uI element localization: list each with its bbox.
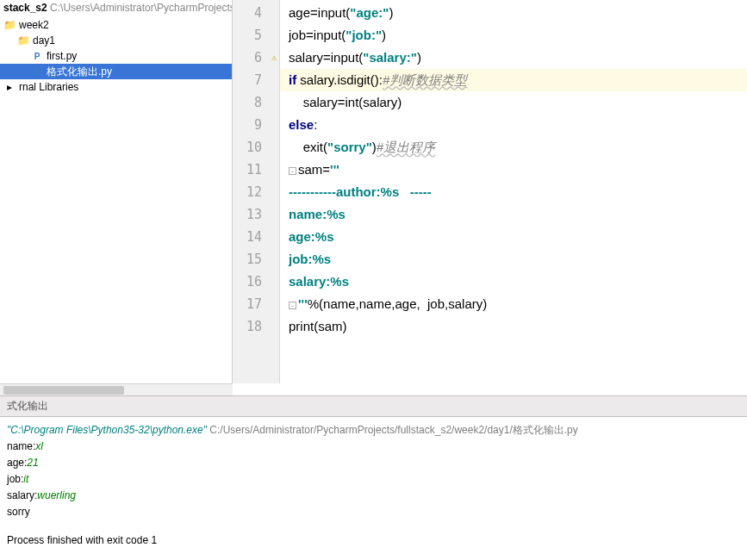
code-token: , (416, 296, 427, 311)
code-token: ) (417, 50, 421, 65)
code-line[interactable]: -----------author:%s ----- (280, 181, 747, 203)
code-token: job (427, 296, 445, 311)
code-line[interactable]: salary:%s (280, 271, 747, 293)
code-token: age (395, 296, 416, 311)
line-number: 9 (233, 114, 279, 136)
code-line[interactable]: else: (280, 114, 747, 136)
line-number: 13 (233, 203, 279, 226)
library-icon: ▸ (3, 81, 16, 93)
code-editor[interactable]: 456789101112131415161718 age=input("age:… (233, 0, 747, 383)
line-number: 6 (233, 47, 279, 69)
keyword-token: else (289, 117, 314, 132)
code-line[interactable]: exit("sorry")#退出程序 (280, 136, 747, 159)
code-token: = (322, 162, 330, 177)
string-token: salary:%s (289, 274, 349, 289)
line-number: 18 (233, 315, 279, 338)
code-line[interactable]: -sam=''' (280, 159, 747, 181)
console-tab[interactable]: 式化输出 (0, 396, 747, 417)
code-token: sam (318, 319, 342, 333)
run-tool-window: 式化输出 "C:\Program Files\Python35-32\pytho… (0, 395, 747, 560)
string-token: ''' (298, 296, 308, 311)
string-token: name:%s (289, 207, 345, 221)
folder-icon: 📁 (3, 19, 16, 31)
console-line: salary:wuerling (7, 488, 740, 504)
code-token: = (310, 5, 318, 20)
code-line[interactable]: age=input("age:") (280, 2, 747, 24)
output-value: it (23, 473, 28, 485)
tree-node[interactable]: Pfirst.py (0, 48, 232, 64)
line-number: 7 (233, 69, 279, 91)
code-token: salary (300, 72, 333, 87)
string-token: "salary:" (363, 50, 417, 65)
code-area[interactable]: age=input("age:")job=input("job:")salary… (280, 0, 747, 383)
comment-token: #退出程序 (377, 140, 435, 154)
output-value: xl (35, 440, 43, 452)
code-line[interactable]: if salary.isdigit():#判断数据类型 (280, 69, 747, 91)
line-number: 8 (233, 91, 279, 114)
tree-label: rnal Libraries (19, 81, 78, 93)
keyword-token: if (289, 72, 300, 87)
line-number: 15 (233, 248, 279, 271)
code-token: = (323, 50, 331, 65)
string-token: job:%s (289, 252, 331, 266)
code-line[interactable]: age:%s (280, 226, 747, 248)
fold-icon[interactable]: - (289, 302, 296, 309)
line-number: 5 (233, 24, 279, 47)
code-token: ) (343, 319, 347, 333)
function-token: input (314, 28, 342, 42)
tree-node[interactable]: 📁week2 (0, 17, 232, 33)
string-token: "sorry" (327, 140, 372, 154)
console-output[interactable]: "C:\Program Files\Python35-32\python.exe… (0, 417, 747, 560)
code-token: salary (289, 95, 338, 109)
code-line[interactable]: -'''%(name,name,age, job,salary) (280, 293, 747, 315)
code-line[interactable]: name:%s (280, 203, 747, 226)
string-token: ''' (330, 162, 339, 177)
python-file-icon: P (31, 65, 43, 78)
sidebar-scrollbar[interactable] (0, 383, 233, 395)
code-line[interactable]: salary=input("salary:") (280, 47, 747, 69)
project-tree[interactable]: 📁week2📁day1Pfirst.pyP格式化输出.py▸rnal Libra… (0, 16, 232, 96)
line-number: 14 (233, 226, 279, 248)
line-number: 12 (233, 181, 279, 203)
output-value: wuerling (37, 489, 76, 501)
line-number: 16 (233, 271, 279, 293)
code-token: (): (370, 72, 383, 87)
code-token: salary (289, 50, 323, 65)
workspace: stack_s2 C:\Users\Administrator\PycharmP… (0, 0, 747, 383)
code-token: ) (397, 95, 402, 109)
code-line[interactable]: job=input("job:") (280, 24, 747, 47)
tree-node[interactable]: 📁day1 (0, 33, 232, 48)
code-line[interactable]: job:%s (280, 248, 747, 271)
python-file-icon: P (31, 50, 43, 62)
output-key: job: (7, 473, 23, 485)
code-token: name (323, 296, 356, 311)
code-token: sam (298, 162, 322, 177)
function-token: isdigit (337, 72, 370, 87)
code-line[interactable]: salary=int(salary) (280, 91, 747, 114)
tree-node[interactable]: P格式化输出.py (0, 64, 232, 79)
console-command: "C:\Program Files\Python35-32\python.exe… (7, 422, 740, 439)
string-token: "age:" (350, 5, 389, 20)
code-token: : (314, 117, 317, 132)
string-token: -----------author:%s ----- (289, 184, 432, 199)
function-token: exit (303, 140, 323, 154)
project-sidebar: stack_s2 C:\Users\Administrator\PycharmP… (0, 0, 233, 383)
fold-icon[interactable]: - (289, 167, 296, 175)
code-line[interactable]: print(sam) (280, 315, 747, 338)
console-line: age:21 (7, 455, 740, 471)
project-path: C:\Users\Administrator\PycharmProjects (50, 2, 233, 14)
code-token: salary (448, 296, 482, 311)
line-number: 10 (233, 136, 279, 159)
line-number: 4 (233, 2, 279, 24)
line-number: 11 (233, 159, 279, 181)
tree-label: week2 (19, 19, 49, 31)
output-key: name: (7, 440, 35, 452)
code-token: name (359, 296, 392, 311)
console-line: name:xl (7, 439, 740, 455)
line-gutter: 456789101112131415161718 (233, 0, 280, 383)
tree-node[interactable]: ▸rnal Libraries (0, 79, 232, 95)
function-token: input (331, 50, 359, 65)
code-token: = (306, 28, 314, 42)
scrollbar-thumb[interactable] (3, 386, 124, 395)
string-token: age:%s (289, 229, 334, 244)
